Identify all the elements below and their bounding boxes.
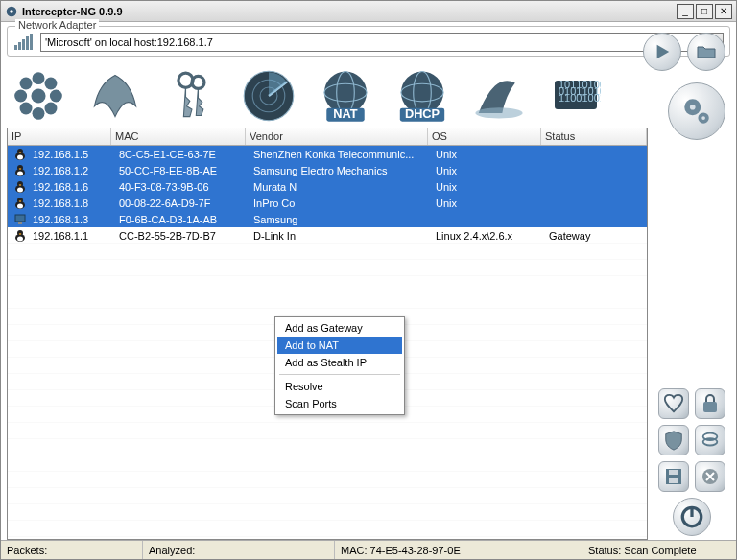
floppy-icon	[664, 467, 683, 486]
cell-mac: 50-CC-F8-EE-8B-AE	[115, 165, 250, 176]
shark-fin-icon	[472, 72, 526, 120]
stop-button[interactable]	[695, 461, 725, 492]
svg-point-36	[475, 107, 522, 118]
menu-separator	[279, 374, 400, 375]
col-ip[interactable]: IP	[8, 128, 111, 145]
mode-nat-button[interactable]: NAT	[318, 68, 373, 124]
svg-point-62	[19, 233, 22, 235]
rings-icon	[700, 430, 721, 451]
svg-point-11	[31, 88, 45, 103]
svg-point-18	[20, 102, 33, 114]
svg-point-51	[17, 181, 23, 187]
col-vendor[interactable]: Vendor	[246, 128, 428, 145]
os-icon	[10, 197, 27, 210]
table-row[interactable]: 192.168.1.250-CC-F8-EE-8B-AESamsung Elec…	[8, 162, 647, 178]
svg-point-14	[14, 90, 27, 103]
svg-rect-68	[669, 478, 678, 483]
close-button[interactable]: ✕	[715, 4, 732, 19]
table-row[interactable]: 192.168.1.1CC-B2-55-2B-7D-B7D-Link InLin…	[8, 227, 647, 244]
adapter-legend: Network Adapter	[15, 19, 99, 31]
cancel-icon	[701, 467, 720, 486]
table-row[interactable]: 192.168.1.640-F3-08-73-9B-06Murata NUnix	[8, 178, 647, 195]
play-icon	[654, 43, 671, 60]
col-mac[interactable]: MAC	[111, 128, 246, 145]
radar-icon	[242, 69, 296, 123]
mode-messengers-button[interactable]	[11, 68, 66, 124]
mode-toolbar: NAT DHCP 101101000101101011001001	[7, 62, 730, 128]
power-button[interactable]	[673, 498, 711, 536]
cell-ip: 192.168.1.3	[29, 214, 115, 225]
maximize-button[interactable]: □	[696, 4, 713, 19]
svg-point-17	[44, 78, 57, 90]
top-right-controls	[643, 33, 725, 71]
svg-point-1	[10, 10, 13, 13]
open-folder-button[interactable]	[687, 33, 725, 71]
svg-rect-63	[703, 402, 717, 412]
flower-icon	[12, 70, 64, 122]
mode-scan-button[interactable]	[241, 68, 297, 124]
client-area: Network Adapter 'Microsoft' on local hos…	[1, 22, 736, 540]
cell-mac: 8C-C5-E1-CE-63-7E	[115, 149, 250, 160]
svg-point-56	[19, 200, 22, 202]
statusbar: Packets: Analyzed: MAC: 74-E5-43-28-97-0…	[1, 540, 736, 559]
cell-ip: 192.168.1.8	[29, 198, 115, 209]
svg-rect-3	[18, 42, 21, 50]
svg-point-15	[50, 90, 62, 103]
app-window: Intercepter-NG 0.9.9 _ □ ✕ Network Adapt…	[0, 0, 737, 560]
cell-ip: 192.168.1.2	[29, 165, 115, 176]
shield-button[interactable]	[658, 425, 689, 455]
play-button[interactable]	[643, 33, 681, 71]
cell-mac: 00-08-22-6A-D9-7F	[115, 198, 250, 209]
svg-text:11001001: 11001001	[559, 92, 601, 104]
os-icon	[10, 213, 27, 226]
context-menu-item[interactable]: Add as Stealth IP	[277, 354, 402, 371]
gears-icon	[680, 95, 713, 128]
svg-point-13	[33, 107, 45, 120]
table-row[interactable]: 192.168.1.58C-C5-E1-CE-63-7EShenZhen Kon…	[8, 146, 647, 162]
col-os[interactable]: OS	[428, 128, 541, 145]
minimize-button[interactable]: _	[677, 4, 694, 19]
wifi-signal-icon	[13, 34, 36, 51]
table-header: IP MAC Vendor OS Status	[8, 128, 647, 146]
svg-point-10	[701, 116, 705, 120]
ssl-lock-button[interactable]	[695, 388, 725, 419]
heartbleed-button[interactable]	[658, 388, 689, 419]
cookies-button[interactable]	[695, 425, 725, 455]
os-icon	[10, 148, 27, 161]
context-menu-item[interactable]: Add as Gateway	[277, 319, 402, 337]
mode-resurrection-button[interactable]	[87, 68, 143, 124]
svg-point-8	[690, 105, 696, 110]
mode-passwords-button[interactable]	[164, 68, 220, 124]
svg-point-61	[17, 230, 23, 236]
context-menu-item[interactable]: Add to NAT	[277, 337, 402, 354]
settings-button-wrap	[668, 82, 725, 140]
svg-point-52	[19, 184, 22, 186]
svg-point-54	[17, 203, 23, 208]
titlebar: Intercepter-NG 0.9.9 _ □ ✕	[1, 1, 736, 22]
mode-dhcp-button[interactable]: DHCP	[394, 68, 450, 124]
context-menu-item[interactable]: Scan Ports	[277, 395, 402, 412]
col-status[interactable]: Status	[541, 128, 647, 145]
cell-mac: 40-F3-08-73-9B-06	[115, 181, 250, 193]
adapter-selected: 'Microsoft' on local host:192.168.1.7	[45, 36, 213, 48]
app-icon	[5, 5, 18, 18]
cell-vendor: Samsung	[250, 214, 432, 225]
settings-button[interactable]	[668, 82, 725, 140]
context-menu-item[interactable]: Resolve	[277, 378, 402, 395]
table-row[interactable]: 192.168.1.3F0-6B-CA-D3-1A-ABSamsung	[8, 211, 647, 227]
svg-text:NAT: NAT	[333, 106, 357, 121]
os-icon	[10, 229, 27, 243]
svg-point-16	[20, 78, 33, 90]
svg-point-50	[17, 187, 23, 192]
save-button[interactable]	[658, 461, 689, 492]
svg-rect-5	[26, 36, 29, 50]
table-row[interactable]: 192.168.1.800-08-22-6A-D9-7FInPro CoUnix	[8, 195, 647, 211]
mode-shark-button[interactable]	[471, 68, 527, 124]
cell-vendor: InPro Co	[250, 198, 432, 209]
mode-hex-button[interactable]: 101101000101101011001001	[548, 68, 604, 124]
svg-point-12	[33, 72, 45, 84]
os-icon	[10, 164, 27, 177]
svg-rect-2	[14, 45, 17, 50]
cell-mac: CC-B2-55-2B-7D-B7	[115, 230, 250, 242]
adapter-combobox[interactable]: 'Microsoft' on local host:192.168.1.7 ▾	[40, 33, 724, 52]
